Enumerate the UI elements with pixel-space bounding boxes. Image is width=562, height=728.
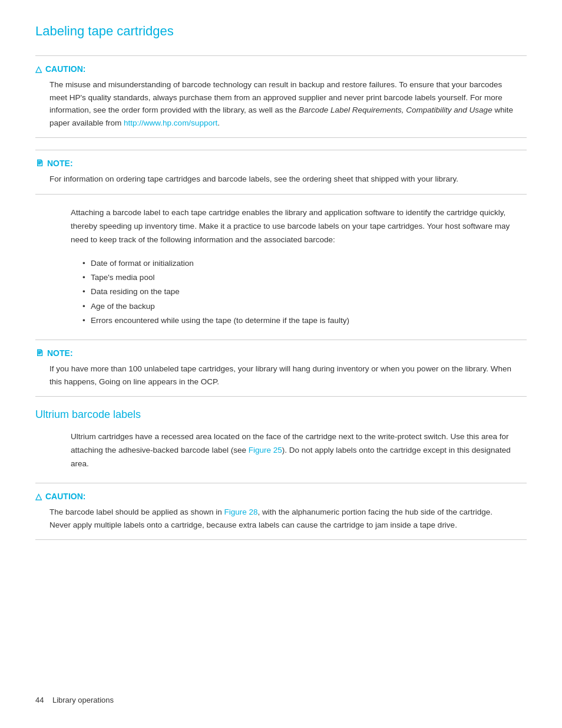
note-header-2: 🖹 NOTE: (35, 348, 527, 358)
caution-box-2: △ CAUTION: The barcode label should be a… (35, 483, 527, 540)
footer-section: Library operations (52, 696, 114, 704)
caution-header-2: △ CAUTION: (35, 492, 527, 501)
note-content-2: If you have more than 100 unlabeled tape… (35, 363, 527, 388)
page-title: Labeling tape cartridges (35, 24, 527, 39)
list-item: Tape's media pool (82, 271, 527, 285)
page-footer: 44 Library operations (35, 696, 114, 704)
caution-label-1: CAUTION: (45, 64, 85, 74)
section-2-figure-link[interactable]: Figure 25 (249, 446, 282, 454)
caution-content-2: The barcode label should be applied as s… (35, 506, 527, 531)
note-label-2: NOTE: (47, 348, 73, 358)
caution-label-2: CAUTION: (45, 492, 85, 501)
footer-page-number: 44 (35, 696, 44, 704)
note-box-1: 🖹 NOTE: For information on ordering tape… (35, 150, 527, 195)
caution-italic: Barcode Label Requirements, Compatibilit… (299, 106, 492, 114)
caution-icon-2: △ (35, 492, 42, 501)
caution-text-2: The barcode label should be applied as s… (49, 506, 515, 531)
caution-text-end: . (217, 118, 220, 127)
note-content-1: For information on ordering tape cartrid… (35, 173, 527, 186)
bullet-list: Date of format or initialization Tape's … (35, 256, 527, 328)
list-item: Age of the backup (82, 299, 527, 314)
list-item: Data residing on the tape (82, 285, 527, 299)
caution2-figure-link[interactable]: Figure 28 (224, 508, 257, 516)
list-item: Errors encountered while using the tape … (82, 314, 527, 328)
note-text-1: For information on ordering tape cartrid… (49, 173, 515, 186)
list-item: Date of format or initialization (82, 256, 527, 271)
caution-content-1: The misuse and misunderstanding of barco… (35, 78, 527, 129)
note-text-2: If you have more than 100 unlabeled tape… (49, 363, 515, 388)
caution-box-1: △ CAUTION: The misuse and misunderstandi… (35, 55, 527, 138)
note-label-1: NOTE: (47, 159, 73, 168)
note-box-2: 🖹 NOTE: If you have more than 100 unlabe… (35, 340, 527, 397)
section-2-body: Ultrium cartridges have a recessed area … (35, 430, 527, 471)
note-icon-2: 🖹 (35, 348, 44, 358)
caution-text-1: The misuse and misunderstanding of barco… (49, 78, 515, 129)
caution-link-1[interactable]: http://www.hp.com/support (124, 118, 217, 127)
note-icon-1: 🖹 (35, 159, 44, 168)
body-paragraph-1: Attaching a barcode label to each tape c… (35, 206, 527, 247)
caution-header-1: △ CAUTION: (35, 64, 527, 74)
caution-icon-1: △ (35, 64, 42, 74)
note-header-1: 🖹 NOTE: (35, 159, 527, 168)
caution2-text-before: The barcode label should be applied as s… (49, 508, 224, 516)
section-2-title: Ultrium barcode labels (35, 409, 527, 421)
